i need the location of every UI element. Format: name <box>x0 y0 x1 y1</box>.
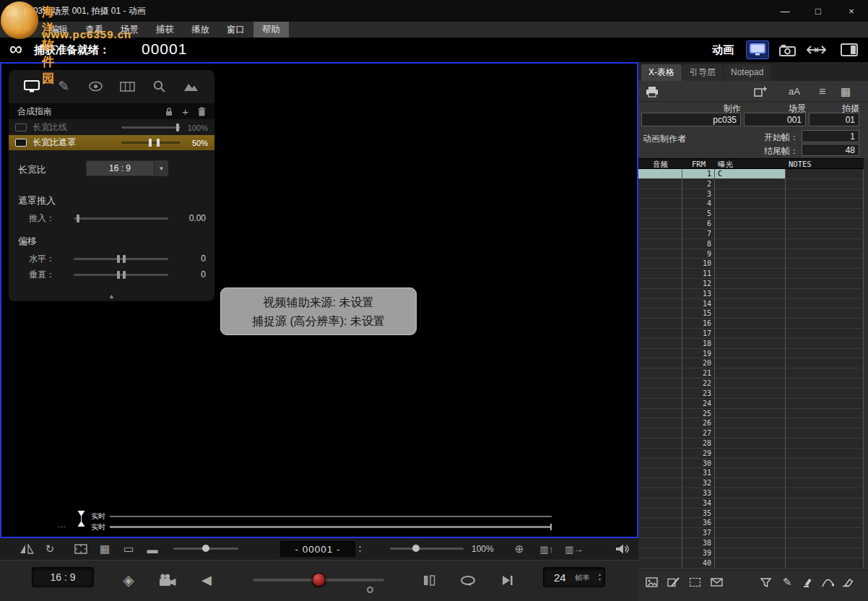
scene-value[interactable]: 001 <box>744 113 806 126</box>
xsheet-cell[interactable] <box>786 229 864 238</box>
xsheet-cell[interactable] <box>638 239 682 248</box>
mask-overlay-icon[interactable]: ▬ <box>143 538 162 560</box>
xsheet-cell[interactable] <box>786 239 864 248</box>
vertical-slider[interactable] <box>74 274 168 276</box>
xsheet-cell[interactable] <box>786 329 864 338</box>
xsheet-cell[interactable] <box>786 528 864 537</box>
xsheet-row[interactable]: 15 <box>638 308 864 319</box>
xsheet-cell[interactable]: 13 <box>682 289 715 298</box>
xsheet-cell[interactable] <box>715 418 786 428</box>
dashed-frame-icon[interactable] <box>686 574 703 591</box>
xsheet-cell[interactable] <box>638 269 682 278</box>
xsheet-cell[interactable] <box>715 229 786 238</box>
aspect-ratio-select[interactable]: 16 : 9 ▼ <box>86 160 168 176</box>
xsheet-cell[interactable] <box>638 279 682 288</box>
xsheet-cell[interactable]: 34 <box>682 498 715 508</box>
start-frame-value[interactable]: 1 <box>802 130 859 142</box>
xsheet-cell[interactable] <box>638 528 682 537</box>
xsheet-row[interactable]: 29 <box>638 449 864 459</box>
xsheet-row[interactable]: 19 <box>638 349 864 359</box>
xsheet-cell[interactable] <box>786 169 864 178</box>
draw-tools-icon[interactable]: ✎ <box>53 76 74 98</box>
xsheet-row[interactable]: 12 <box>638 279 864 289</box>
xsheet-row[interactable]: 18 <box>638 339 864 349</box>
xsheet-cell[interactable] <box>638 289 682 298</box>
tab-guide-layers[interactable]: 引导层 <box>682 64 723 81</box>
menu-scene[interactable]: 场景 <box>112 22 147 38</box>
xsheet-cell[interactable] <box>715 339 786 348</box>
xsheet-cell[interactable] <box>786 509 864 518</box>
focus-check-icon[interactable] <box>71 538 90 560</box>
fps-step-up-icon[interactable]: ▴ <box>599 572 601 577</box>
center-target-icon[interactable]: ⊕ <box>510 538 529 560</box>
xsheet-cell[interactable] <box>786 548 864 558</box>
side-panel-toggle[interactable] <box>838 40 861 59</box>
xsheet-cell[interactable]: 25 <box>682 409 715 418</box>
take-value[interactable]: 01 <box>809 113 859 126</box>
xsheet-cell[interactable] <box>715 349 786 358</box>
xsheet-cell[interactable]: 4 <box>682 199 715 208</box>
xsheet-cell[interactable] <box>638 308 682 318</box>
xsheet-cell[interactable] <box>715 368 786 378</box>
xsheet-row[interactable]: 8 <box>638 239 864 249</box>
production-value[interactable]: pc035 <box>641 113 741 126</box>
push-right-icon[interactable]: ▥→ <box>562 538 586 560</box>
xsheet-cell[interactable]: 5 <box>682 209 715 218</box>
xsheet-cell[interactable]: 30 <box>682 459 715 468</box>
xsheet-cell[interactable] <box>786 189 864 199</box>
xsheet-cell[interactable] <box>638 329 682 338</box>
xsheet-cell[interactable] <box>638 389 682 398</box>
xsheet-cell[interactable] <box>786 459 864 468</box>
step-down-icon[interactable]: ▾ <box>359 549 361 554</box>
xsheet-cell[interactable]: 10 <box>682 259 715 268</box>
xsheet-cell[interactable]: 27 <box>682 428 715 438</box>
xsheet-cell[interactable]: 24 <box>682 399 715 408</box>
xsheet-row[interactable]: 20 <box>638 358 864 368</box>
xsheet-cell[interactable] <box>715 438 786 448</box>
xsheet-row[interactable]: 13 <box>638 289 864 299</box>
frame-display[interactable]: - 00001 - <box>280 541 355 557</box>
xsheet-cell[interactable] <box>638 379 682 388</box>
xsheet-cell[interactable] <box>715 538 786 548</box>
xsheet-cell[interactable] <box>715 299 786 308</box>
xsheet-cell[interactable] <box>638 409 682 418</box>
onion-skin-icon[interactable] <box>84 76 106 98</box>
xsheet-cell[interactable] <box>638 418 682 428</box>
menu-playback[interactable]: 播放 <box>183 22 218 38</box>
slider-secondary-knob[interactable] <box>367 587 373 593</box>
fps-step-down-icon[interactable]: ▾ <box>599 577 601 582</box>
xsheet-cell[interactable] <box>638 319 682 328</box>
xsheet-cell[interactable] <box>715 558 786 568</box>
menu-edit[interactable]: 编辑 <box>41 22 77 38</box>
xsheet-cell[interactable] <box>638 558 682 568</box>
xsheet-cell[interactable]: 6 <box>682 219 715 228</box>
xsheet-cell[interactable] <box>786 518 864 527</box>
annotation-icon[interactable] <box>664 574 682 591</box>
xsheet-row[interactable]: 32 <box>638 478 864 488</box>
xsheet-cell[interactable] <box>715 449 786 458</box>
xsheet-row[interactable]: 11 <box>638 269 864 279</box>
xsheet-cell[interactable] <box>638 358 682 368</box>
xsheet-cell[interactable] <box>786 468 864 477</box>
xsheet-cell[interactable] <box>715 509 786 518</box>
xsheet-row[interactable]: 2 <box>638 179 864 189</box>
xsheet-cell[interactable] <box>786 368 864 378</box>
xsheet-row[interactable]: 10 <box>638 259 864 269</box>
aspect-lines-opacity-slider[interactable] <box>121 126 181 129</box>
xsheet-row[interactable]: 1C <box>638 169 864 179</box>
xsheet-row[interactable]: 27 <box>638 428 864 438</box>
magnifier-icon[interactable] <box>149 76 170 98</box>
xsheet-cell[interactable] <box>638 428 682 438</box>
xsheet-row[interactable]: 35 <box>638 509 864 519</box>
xsheet-cell[interactable] <box>786 558 864 568</box>
timeline-track-top[interactable] <box>110 516 552 517</box>
xsheet-cell[interactable] <box>638 339 682 348</box>
xsheet-cell[interactable]: 21 <box>682 368 715 378</box>
xsheet-cell[interactable]: 8 <box>682 239 715 248</box>
xsheet-row[interactable]: 17 <box>638 329 864 339</box>
menu-file[interactable]: 文件 <box>6 22 41 38</box>
xsheet-cell[interactable] <box>715 379 786 388</box>
xsheet-row[interactable]: 40 <box>638 558 864 568</box>
xsheet-cell[interactable]: C <box>715 169 786 178</box>
end-frame-value[interactable]: 48 <box>802 144 859 156</box>
